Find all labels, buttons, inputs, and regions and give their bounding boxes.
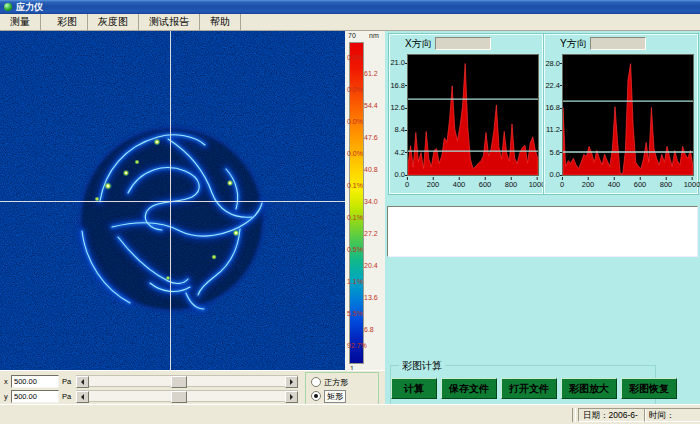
y-tick-label: 0.0 <box>395 170 405 179</box>
x-tick-label: 1000 <box>529 180 546 189</box>
colormap-zoom-button[interactable]: 彩图放大 <box>561 378 617 399</box>
colormap-canvas <box>0 31 345 370</box>
color-scale-value-label: 34.0 <box>364 198 378 205</box>
x-tick-label: 400 <box>453 180 466 189</box>
colormap-calc-group-title: 彩图计算 <box>399 359 445 373</box>
calculate-button[interactable]: 计算 <box>391 378 437 399</box>
y-direction-chart-title: Y方向 <box>560 37 587 51</box>
y-tick-label: 22.4 <box>545 81 560 90</box>
y-axis-label: y <box>4 392 8 401</box>
color-scale-value-label: 54.4 <box>364 102 378 109</box>
status-date: 日期：2006-6-7 <box>578 408 646 422</box>
status-time: 时间：20:03:45 <box>644 408 700 422</box>
y-tick-label: 28.0 <box>545 59 560 68</box>
color-scale-percent-label: 92.7% <box>347 342 367 349</box>
x-tick-label: 1000 <box>684 180 700 189</box>
color-scale-percent-label: 0.0% <box>347 86 363 93</box>
stress-colormap-image[interactable] <box>0 31 345 370</box>
color-scale-value-label: 47.6 <box>364 134 378 141</box>
x-unit-label: Pa <box>62 377 71 386</box>
menu-item-measure[interactable]: 测量 <box>0 14 41 30</box>
y-unit-label: Pa <box>62 392 71 401</box>
y-tick-label: 11.2 <box>546 125 560 134</box>
x-tick-label: 200 <box>427 180 440 189</box>
save-file-button[interactable]: 保存文件 <box>441 378 497 399</box>
menu-item-help[interactable]: 帮助 <box>200 14 241 30</box>
x-scrollbar-thumb[interactable] <box>171 376 187 388</box>
x-scrollbar[interactable] <box>76 375 298 387</box>
y-tick-label: 16.8 <box>545 103 560 112</box>
color-scale-percent-label: 0.0% <box>347 54 363 61</box>
status-divider <box>572 408 576 422</box>
color-scale-value-label: 61.2 <box>364 70 378 77</box>
app-window: 应力仪 测量彩图灰度图测试报告帮助 <box>0 0 700 424</box>
y-tick-label: 8.4 <box>395 125 405 134</box>
y-scrollbar[interactable] <box>76 390 298 402</box>
color-scale-percent-label: 0.1% <box>347 182 363 189</box>
x-tick-label: 0 <box>405 180 409 189</box>
shape-radio-panel: 正方形矩形 <box>305 372 379 405</box>
color-scale-percent-label: 1.1% <box>347 278 363 285</box>
x-tick-label: 0 <box>560 180 564 189</box>
right-panel: X方向 21.016.812.68.44.20.0 02004006008001… <box>385 31 700 404</box>
y-tick-label: 16.8 <box>390 81 405 90</box>
y-direction-input[interactable] <box>590 37 646 50</box>
y-scrollbar-left-arrow[interactable] <box>76 391 89 403</box>
x-direction-chart-title: X方向 <box>405 37 432 51</box>
x-axis-label: x <box>4 377 8 386</box>
radio-rectangle[interactable]: 矩形 <box>311 390 346 402</box>
open-file-button[interactable]: 打开文件 <box>501 378 557 399</box>
bottom-controls: x Pa y Pa 正方形矩形 <box>0 370 385 405</box>
color-scale-value-label: 6.8 <box>364 326 374 333</box>
window-title: 应力仪 <box>16 1 43 14</box>
y-tick-label: 4.2 <box>395 148 405 157</box>
status-bar: 日期：2006-6-7 时间：20:03:45 <box>0 404 700 424</box>
color-scale-unit-label: nm <box>369 32 379 39</box>
x-tick-label: 600 <box>479 180 492 189</box>
radio-square-dot[interactable] <box>311 377 321 387</box>
x-tick-label: 400 <box>608 180 621 189</box>
color-scale-max-label: 70 <box>348 32 356 39</box>
x-tick-label: 200 <box>582 180 595 189</box>
calc-button-row: 计算保存文件打开文件彩图放大彩图恢复 <box>391 378 677 399</box>
radio-rectangle-dot[interactable] <box>311 391 321 401</box>
y-direction-chart: Y方向 28.022.416.811.25.60.0 0200400600800… <box>544 34 698 194</box>
color-scale-percent-label: 5.5% <box>347 310 363 317</box>
radio-square[interactable]: 正方形 <box>311 376 348 388</box>
y-direction-plot <box>562 54 694 176</box>
y-scrollbar-right-arrow[interactable] <box>285 391 298 403</box>
result-listbox[interactable] <box>387 206 698 257</box>
x-scrollbar-right-arrow[interactable] <box>285 376 298 388</box>
color-scale-value-label: 13.6 <box>364 294 378 301</box>
color-scale-value-label: 40.8 <box>364 166 378 173</box>
menu-item-grayscale[interactable]: 灰度图 <box>88 14 139 30</box>
app-icon <box>4 3 12 11</box>
x-direction-chart: X方向 21.016.812.68.44.20.0 02004006008001… <box>389 34 543 194</box>
x-tick-label: 800 <box>505 180 518 189</box>
color-scale-value-label: 20.4 <box>364 262 378 269</box>
y-tick-label: 21.0 <box>390 58 405 67</box>
x-value-field[interactable] <box>11 375 59 388</box>
menu-item-colormap[interactable]: 彩图 <box>47 14 88 30</box>
radio-rectangle-label: 矩形 <box>324 390 346 403</box>
color-scale-percent-label: 0.0% <box>347 150 363 157</box>
window-titlebar: 应力仪 <box>0 0 700 14</box>
y-tick-label: 5.6 <box>550 148 560 157</box>
color-scale-percent-label: 0.1% <box>347 214 363 221</box>
menu-item-test-report[interactable]: 测试报告 <box>139 14 200 30</box>
menu-bar: 测量彩图灰度图测试报告帮助 <box>0 14 700 31</box>
y-value-field[interactable] <box>11 390 59 403</box>
colormap-restore-button[interactable]: 彩图恢复 <box>621 378 677 399</box>
color-scale-panel: 70 nm 1 61.254.447.640.834.027.220.413.6… <box>345 31 385 370</box>
radio-square-label: 正方形 <box>324 377 348 388</box>
x-scrollbar-left-arrow[interactable] <box>76 376 89 388</box>
y-tick-label: 12.6 <box>390 103 405 112</box>
color-scale-value-label: 27.2 <box>364 230 378 237</box>
x-tick-label: 800 <box>660 180 673 189</box>
x-direction-plot <box>407 54 539 176</box>
x-tick-label: 600 <box>634 180 647 189</box>
y-tick-label: 0.0 <box>550 170 560 179</box>
x-direction-input[interactable] <box>435 37 491 50</box>
y-scrollbar-thumb[interactable] <box>171 391 187 403</box>
color-scale-percent-label: 0.0% <box>347 118 363 125</box>
